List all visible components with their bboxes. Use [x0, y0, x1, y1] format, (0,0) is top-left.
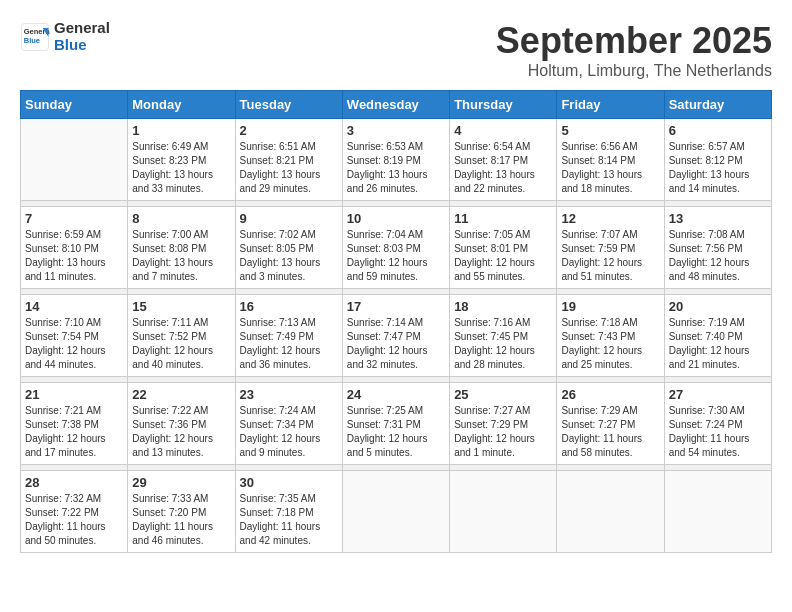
calendar-cell: 22Sunrise: 7:22 AMSunset: 7:36 PMDayligh…: [128, 383, 235, 465]
calendar-cell: 23Sunrise: 7:24 AMSunset: 7:34 PMDayligh…: [235, 383, 342, 465]
day-info: Sunrise: 6:49 AMSunset: 8:23 PMDaylight:…: [132, 140, 230, 196]
day-number: 8: [132, 211, 230, 226]
day-number: 20: [669, 299, 767, 314]
day-info: Sunrise: 7:11 AMSunset: 7:52 PMDaylight:…: [132, 316, 230, 372]
day-info: Sunrise: 6:53 AMSunset: 8:19 PMDaylight:…: [347, 140, 445, 196]
day-number: 29: [132, 475, 230, 490]
day-info: Sunrise: 7:14 AMSunset: 7:47 PMDaylight:…: [347, 316, 445, 372]
day-number: 5: [561, 123, 659, 138]
day-number: 15: [132, 299, 230, 314]
day-number: 27: [669, 387, 767, 402]
day-info: Sunrise: 7:33 AMSunset: 7:20 PMDaylight:…: [132, 492, 230, 548]
calendar-cell: 2Sunrise: 6:51 AMSunset: 8:21 PMDaylight…: [235, 119, 342, 201]
day-info: Sunrise: 7:18 AMSunset: 7:43 PMDaylight:…: [561, 316, 659, 372]
day-number: 4: [454, 123, 552, 138]
day-number: 22: [132, 387, 230, 402]
day-info: Sunrise: 7:08 AMSunset: 7:56 PMDaylight:…: [669, 228, 767, 284]
logo-blue: Blue: [54, 37, 110, 54]
day-info: Sunrise: 7:22 AMSunset: 7:36 PMDaylight:…: [132, 404, 230, 460]
day-number: 18: [454, 299, 552, 314]
weekday-header: Thursday: [450, 91, 557, 119]
calendar-cell: 7Sunrise: 6:59 AMSunset: 8:10 PMDaylight…: [21, 207, 128, 289]
day-info: Sunrise: 6:59 AMSunset: 8:10 PMDaylight:…: [25, 228, 123, 284]
day-number: 7: [25, 211, 123, 226]
calendar-cell: 17Sunrise: 7:14 AMSunset: 7:47 PMDayligh…: [342, 295, 449, 377]
day-number: 6: [669, 123, 767, 138]
day-number: 19: [561, 299, 659, 314]
day-info: Sunrise: 7:16 AMSunset: 7:45 PMDaylight:…: [454, 316, 552, 372]
day-number: 12: [561, 211, 659, 226]
day-number: 17: [347, 299, 445, 314]
day-number: 13: [669, 211, 767, 226]
svg-text:Blue: Blue: [24, 36, 40, 45]
calendar-cell: 26Sunrise: 7:29 AMSunset: 7:27 PMDayligh…: [557, 383, 664, 465]
day-number: 26: [561, 387, 659, 402]
location-title: Holtum, Limburg, The Netherlands: [496, 62, 772, 80]
day-info: Sunrise: 7:25 AMSunset: 7:31 PMDaylight:…: [347, 404, 445, 460]
calendar-cell: 5Sunrise: 6:56 AMSunset: 8:14 PMDaylight…: [557, 119, 664, 201]
calendar-cell: 10Sunrise: 7:04 AMSunset: 8:03 PMDayligh…: [342, 207, 449, 289]
day-number: 23: [240, 387, 338, 402]
day-info: Sunrise: 7:21 AMSunset: 7:38 PMDaylight:…: [25, 404, 123, 460]
day-info: Sunrise: 7:29 AMSunset: 7:27 PMDaylight:…: [561, 404, 659, 460]
day-number: 10: [347, 211, 445, 226]
day-number: 30: [240, 475, 338, 490]
calendar-cell: [450, 471, 557, 553]
day-number: 9: [240, 211, 338, 226]
day-info: Sunrise: 7:27 AMSunset: 7:29 PMDaylight:…: [454, 404, 552, 460]
day-info: Sunrise: 7:04 AMSunset: 8:03 PMDaylight:…: [347, 228, 445, 284]
calendar-cell: 19Sunrise: 7:18 AMSunset: 7:43 PMDayligh…: [557, 295, 664, 377]
calendar-cell: 14Sunrise: 7:10 AMSunset: 7:54 PMDayligh…: [21, 295, 128, 377]
calendar-cell: 21Sunrise: 7:21 AMSunset: 7:38 PMDayligh…: [21, 383, 128, 465]
day-info: Sunrise: 7:32 AMSunset: 7:22 PMDaylight:…: [25, 492, 123, 548]
day-info: Sunrise: 7:24 AMSunset: 7:34 PMDaylight:…: [240, 404, 338, 460]
calendar-cell: 13Sunrise: 7:08 AMSunset: 7:56 PMDayligh…: [664, 207, 771, 289]
calendar-cell: [21, 119, 128, 201]
day-number: 3: [347, 123, 445, 138]
day-info: Sunrise: 6:56 AMSunset: 8:14 PMDaylight:…: [561, 140, 659, 196]
day-info: Sunrise: 6:57 AMSunset: 8:12 PMDaylight:…: [669, 140, 767, 196]
weekday-header: Saturday: [664, 91, 771, 119]
calendar-cell: 9Sunrise: 7:02 AMSunset: 8:05 PMDaylight…: [235, 207, 342, 289]
day-number: 28: [25, 475, 123, 490]
calendar-cell: 28Sunrise: 7:32 AMSunset: 7:22 PMDayligh…: [21, 471, 128, 553]
day-number: 21: [25, 387, 123, 402]
calendar: SundayMondayTuesdayWednesdayThursdayFrid…: [20, 90, 772, 553]
calendar-cell: 15Sunrise: 7:11 AMSunset: 7:52 PMDayligh…: [128, 295, 235, 377]
day-number: 2: [240, 123, 338, 138]
month-title: September 2025: [496, 20, 772, 62]
calendar-cell: 4Sunrise: 6:54 AMSunset: 8:17 PMDaylight…: [450, 119, 557, 201]
day-number: 25: [454, 387, 552, 402]
calendar-cell: 11Sunrise: 7:05 AMSunset: 8:01 PMDayligh…: [450, 207, 557, 289]
weekday-header: Wednesday: [342, 91, 449, 119]
calendar-cell: 27Sunrise: 7:30 AMSunset: 7:24 PMDayligh…: [664, 383, 771, 465]
calendar-cell: 1Sunrise: 6:49 AMSunset: 8:23 PMDaylight…: [128, 119, 235, 201]
day-info: Sunrise: 7:30 AMSunset: 7:24 PMDaylight:…: [669, 404, 767, 460]
title-section: September 2025 Holtum, Limburg, The Neth…: [496, 20, 772, 80]
day-number: 11: [454, 211, 552, 226]
calendar-cell: 25Sunrise: 7:27 AMSunset: 7:29 PMDayligh…: [450, 383, 557, 465]
calendar-cell: 12Sunrise: 7:07 AMSunset: 7:59 PMDayligh…: [557, 207, 664, 289]
weekday-header: Friday: [557, 91, 664, 119]
day-info: Sunrise: 7:07 AMSunset: 7:59 PMDaylight:…: [561, 228, 659, 284]
calendar-cell: [664, 471, 771, 553]
day-number: 16: [240, 299, 338, 314]
logo-icon: General Blue: [20, 22, 50, 52]
calendar-cell: 8Sunrise: 7:00 AMSunset: 8:08 PMDaylight…: [128, 207, 235, 289]
calendar-cell: 20Sunrise: 7:19 AMSunset: 7:40 PMDayligh…: [664, 295, 771, 377]
calendar-cell: 16Sunrise: 7:13 AMSunset: 7:49 PMDayligh…: [235, 295, 342, 377]
weekday-header: Sunday: [21, 91, 128, 119]
day-number: 1: [132, 123, 230, 138]
day-info: Sunrise: 6:54 AMSunset: 8:17 PMDaylight:…: [454, 140, 552, 196]
day-info: Sunrise: 7:05 AMSunset: 8:01 PMDaylight:…: [454, 228, 552, 284]
day-info: Sunrise: 7:10 AMSunset: 7:54 PMDaylight:…: [25, 316, 123, 372]
calendar-cell: [342, 471, 449, 553]
calendar-cell: 3Sunrise: 6:53 AMSunset: 8:19 PMDaylight…: [342, 119, 449, 201]
day-info: Sunrise: 7:13 AMSunset: 7:49 PMDaylight:…: [240, 316, 338, 372]
day-number: 24: [347, 387, 445, 402]
day-number: 14: [25, 299, 123, 314]
calendar-cell: [557, 471, 664, 553]
weekday-header: Tuesday: [235, 91, 342, 119]
calendar-cell: 18Sunrise: 7:16 AMSunset: 7:45 PMDayligh…: [450, 295, 557, 377]
day-info: Sunrise: 7:00 AMSunset: 8:08 PMDaylight:…: [132, 228, 230, 284]
